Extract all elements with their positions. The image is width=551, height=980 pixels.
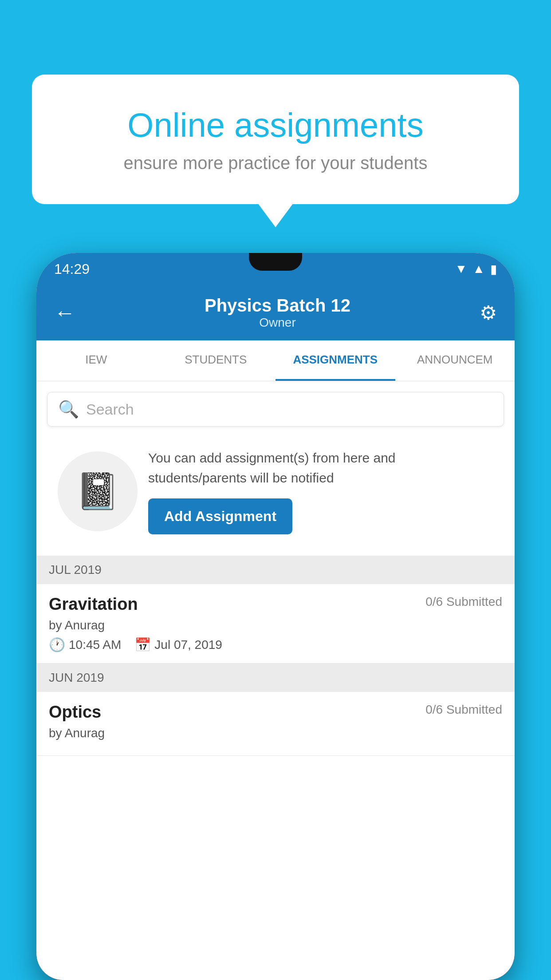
assignment-item-optics[interactable]: Optics 0/6 Submitted by Anurag [36,692,515,756]
info-text: You can add assignment(s) from here and … [148,448,493,488]
search-bar[interactable]: 🔍 Search [47,392,504,427]
tab-assignments[interactable]: ASSIGNMENTS [276,340,395,381]
calendar-icon: 📅 [134,637,151,652]
speech-bubble-container: Online assignments ensure more practice … [32,75,519,204]
assignment-item-gravitation[interactable]: Gravitation 0/6 Submitted by Anurag 🕐 10… [36,584,515,664]
bubble-title: Online assignments [67,106,484,144]
battery-icon: ▮ [490,262,497,277]
notch [249,253,302,271]
tab-bar: IEW STUDENTS ASSIGNMENTS ANNOUNCEM [36,340,515,381]
assignment-author-optics: by Anurag [49,726,502,740]
month-divider-jul: JUL 2019 [36,556,515,584]
assignment-submitted-optics: 0/6 Submitted [425,703,502,717]
batch-title: Physics Batch 12 [75,296,480,316]
speech-bubble: Online assignments ensure more practice … [32,75,519,204]
search-placeholder: Search [86,401,134,418]
status-time: 14:29 [54,261,90,277]
search-icon: 🔍 [58,399,79,419]
assignment-name-gravitation: Gravitation [49,595,138,614]
month-divider-jun: JUN 2019 [36,664,515,692]
phone-screen: 14:29 ▼ ▲ ▮ ← Physics Batch 12 Owner ⚙ I… [36,253,515,980]
assignment-author-gravitation: by Anurag [49,618,502,632]
assignment-date-gravitation: 📅 Jul 07, 2019 [134,637,222,652]
batch-subtitle: Owner [75,316,480,330]
assignment-time-gravitation: 🕐 10:45 AM [49,637,121,652]
settings-button[interactable]: ⚙ [480,301,497,324]
app-header: ← Physics Batch 12 Owner ⚙ [36,285,515,340]
tab-announcements[interactable]: ANNOUNCEM [395,340,515,381]
back-button[interactable]: ← [54,300,75,325]
phone-frame: 14:29 ▼ ▲ ▮ ← Physics Batch 12 Owner ⚙ I… [36,253,515,980]
header-title-group: Physics Batch 12 Owner [75,296,480,330]
signal-icon: ▲ [472,262,485,276]
assignment-date-value: Jul 07, 2019 [154,638,222,652]
notebook-icon: 📓 [75,470,120,512]
info-card: 📓 You can add assignment(s) from here an… [47,437,504,545]
tab-iew[interactable]: IEW [36,340,156,381]
wifi-icon: ▼ [455,262,468,276]
assignment-time-value: 10:45 AM [69,638,121,652]
status-icons: ▼ ▲ ▮ [455,262,497,277]
assignment-header-row-optics: Optics 0/6 Submitted [49,703,502,722]
assignment-header-row: Gravitation 0/6 Submitted [49,595,502,614]
notebook-icon-wrap: 📓 [58,451,138,531]
bubble-subtitle: ensure more practice for your students [67,153,484,173]
clock-icon: 🕐 [49,637,65,652]
assignment-name-optics: Optics [49,703,101,722]
assignment-submitted-gravitation: 0/6 Submitted [425,595,502,609]
info-text-wrap: You can add assignment(s) from here and … [148,448,493,534]
assignment-meta-gravitation: 🕐 10:45 AM 📅 Jul 07, 2019 [49,637,502,652]
add-assignment-button[interactable]: Add Assignment [148,498,292,534]
tab-students[interactable]: STUDENTS [156,340,276,381]
